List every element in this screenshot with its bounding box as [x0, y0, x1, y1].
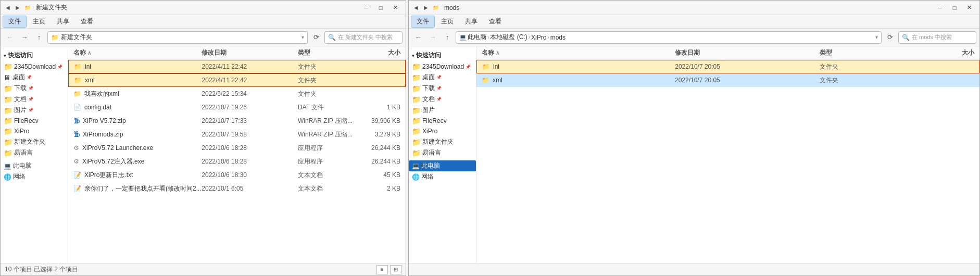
- left-sidebar-item-4[interactable]: 📁 图片 📌: [1, 105, 68, 116]
- left-col-date[interactable]: 修改日期: [202, 48, 298, 57]
- right-sidebar-label-7: 新建文件夹: [422, 137, 454, 146]
- left-pin-3: 📌: [28, 97, 33, 102]
- right-sidebar-label-5: FileRecv: [422, 117, 447, 124]
- right-sidebar-item-3[interactable]: 📁 文档 📌: [409, 94, 476, 105]
- left-file-type-8: 文本文档: [298, 171, 362, 180]
- left-search-icon: 🔍: [328, 34, 336, 41]
- right-this-pc[interactable]: 💻 此电脑: [409, 160, 476, 171]
- right-up-btn[interactable]: ↑: [441, 31, 454, 44]
- right-menu-file[interactable]: 文件: [411, 16, 435, 28]
- right-col-size[interactable]: 大小: [916, 48, 979, 57]
- left-file-icon-9: 📝: [73, 185, 81, 192]
- right-sidebar-item-2[interactable]: 📁 下载 📌: [409, 83, 476, 94]
- left-menu-home[interactable]: 主页: [28, 16, 51, 27]
- left-address-bar[interactable]: 📁 新建文件夹 ▾: [47, 31, 308, 44]
- left-list-view-btn[interactable]: ≡: [376, 265, 388, 274]
- left-sidebar-item-7[interactable]: 📁 新建文件夹: [1, 136, 68, 147]
- left-sidebar-folder-icon-3: 📁: [4, 95, 12, 104]
- right-this-pc-label: 此电脑: [421, 161, 440, 170]
- right-col-name[interactable]: 名称 ∧: [482, 48, 675, 57]
- left-network[interactable]: 🌐 网络: [1, 171, 68, 182]
- right-sidebar-item-5[interactable]: 📁 FileRecv: [409, 116, 476, 126]
- left-file-row-4[interactable]: 🗜 XiPro V5.72.zip 2022/10/7 17:33 WinRAR…: [68, 114, 406, 128]
- left-file-row-7[interactable]: ⚙ XiProV5.72注入器.exe 2022/10/6 18:28 应用程序…: [68, 155, 406, 168]
- left-back-icon[interactable]: ◀: [4, 4, 12, 12]
- right-file-name-1: 📁 xml: [482, 77, 675, 84]
- left-search-bar[interactable]: 🔍 在 新建文件夹 中搜索: [324, 31, 403, 44]
- left-this-pc[interactable]: 💻 此电脑: [1, 160, 68, 171]
- right-col-type[interactable]: 类型: [820, 48, 916, 57]
- right-network[interactable]: 🌐 网络: [409, 171, 476, 182]
- left-forward-icon[interactable]: ▶: [14, 4, 22, 12]
- left-sidebar-item-1[interactable]: 🖥 桌面 📌: [1, 72, 68, 83]
- left-file-row-5[interactable]: 🗜 XiPromods.zip 2022/10/7 19:58 WinRAR Z…: [68, 128, 406, 141]
- right-forward-btn[interactable]: →: [426, 31, 439, 44]
- left-content: ▾ 快速访问 📁 2345Download 📌 🖥 桌面 📌 📁 下载 📌 📁 …: [1, 46, 406, 263]
- left-detail-view-btn[interactable]: ⊞: [390, 265, 401, 274]
- right-minimize-btn[interactable]: ─: [933, 2, 947, 14]
- right-menu-view[interactable]: 查看: [484, 16, 507, 27]
- left-toolbar: ← → ↑ 📁 新建文件夹 ▾ ⟳ 🔍 在 新建文件夹 中搜索: [1, 29, 406, 46]
- left-close-btn[interactable]: ✕: [388, 2, 403, 14]
- right-sidebar-item-4[interactable]: 📁 图片: [409, 105, 476, 116]
- left-maximize-btn[interactable]: □: [373, 2, 388, 14]
- left-sidebar-item-6[interactable]: 📁 XiPro: [1, 126, 68, 136]
- left-menu-share[interactable]: 共享: [52, 16, 74, 27]
- left-file-name-7: ⚙ XiProV5.72注入器.exe: [73, 157, 202, 166]
- right-search-bar[interactable]: 🔍 在 mods 中搜索: [898, 31, 976, 44]
- right-forward-icon[interactable]: ▶: [422, 4, 430, 12]
- right-search-icon: 🔍: [902, 34, 910, 41]
- right-back-icon[interactable]: ◀: [412, 4, 420, 12]
- left-address-dropdown[interactable]: ▾: [301, 34, 304, 40]
- left-sidebar-item-2[interactable]: 📁 下载 📌: [1, 83, 68, 94]
- left-file-row-6[interactable]: ⚙ XiProV5.72 Launcher.exe 2022/10/6 18:2…: [68, 141, 406, 155]
- right-sidebar-item-6[interactable]: 📁 XiPro: [409, 126, 476, 136]
- left-pin-4: 📌: [28, 108, 33, 112]
- left-file-row-9[interactable]: 📝 亲你们了，一定要把我点开看(修改时间2... 2022/10/1 6:05 …: [68, 182, 406, 195]
- left-file-row-8[interactable]: 📝 XiPro更新日志.txt 2022/10/6 18:30 文本文档 45 …: [68, 168, 406, 182]
- left-sidebar-item-0[interactable]: 📁 2345Download 📌: [1, 61, 68, 72]
- left-back-btn[interactable]: ←: [4, 31, 16, 44]
- right-sidebar-item-0[interactable]: 📁 2345Download 📌: [409, 61, 476, 72]
- left-sidebar-item-8[interactable]: 📁 易语言: [1, 147, 68, 158]
- left-up-btn[interactable]: ↑: [33, 31, 45, 44]
- right-menu-home[interactable]: 主页: [436, 16, 459, 27]
- right-maximize-btn[interactable]: □: [947, 2, 962, 14]
- right-col-date[interactable]: 修改日期: [675, 48, 820, 57]
- right-quick-access-arrow: ▾: [412, 53, 414, 58]
- left-col-size[interactable]: 大小: [362, 48, 406, 57]
- right-sidebar-item-8[interactable]: 📁 易语言: [409, 147, 476, 158]
- left-file-type-1: 文件夹: [298, 76, 362, 85]
- left-file-date-1: 2022/4/11 22:42: [202, 77, 297, 84]
- left-file-row-2[interactable]: 📁 我喜欢的xml 2022/5/22 15:34 文件夹: [68, 87, 406, 101]
- left-file-date-5: 2022/10/7 19:58: [202, 131, 298, 138]
- left-col-name[interactable]: 名称 ∧: [73, 48, 202, 57]
- left-file-type-0: 文件夹: [298, 62, 362, 71]
- right-sidebar-item-1[interactable]: 📁 桌面 📌: [409, 72, 476, 83]
- right-back-btn[interactable]: ←: [412, 31, 424, 44]
- left-sidebar-item-5[interactable]: 📁 FileRecv: [1, 116, 68, 126]
- left-file-row-3[interactable]: 📄 config.dat 2022/10/7 19:26 DAT 文件 1 KB: [68, 101, 406, 114]
- left-menu-view[interactable]: 查看: [76, 16, 98, 27]
- right-sidebar-folder-icon-8: 📁: [412, 149, 421, 157]
- right-sidebar-item-7[interactable]: 📁 新建文件夹: [409, 136, 476, 147]
- left-sidebar-item-3[interactable]: 📁 文档 📌: [1, 94, 68, 105]
- left-forward-btn[interactable]: →: [18, 31, 31, 44]
- right-address-dropdown[interactable]: ▾: [875, 34, 878, 40]
- left-file-row-0[interactable]: 📁 ini 2022/4/11 22:42 文件夹: [68, 60, 406, 73]
- left-col-type[interactable]: 类型: [298, 48, 362, 57]
- left-menu-file[interactable]: 文件: [3, 16, 27, 28]
- right-close-btn[interactable]: ✕: [962, 2, 976, 14]
- right-menu-share[interactable]: 共享: [460, 16, 483, 27]
- left-minimize-btn[interactable]: ─: [359, 2, 373, 14]
- left-refresh-btn[interactable]: ⟳: [310, 31, 322, 44]
- right-file-row-1[interactable]: 📁 xml 2022/10/7 20:05 文件夹: [476, 73, 979, 87]
- left-file-row-1[interactable]: 📁 xml 2022/4/11 22:42 文件夹: [68, 73, 406, 87]
- right-address-bar[interactable]: 💻 此电脑 › 本地磁盘 (C:) › XiPro › mods ▾: [456, 31, 882, 44]
- right-quick-access-header[interactable]: ▾ 快速访问: [409, 49, 476, 61]
- right-file-row-0[interactable]: 📁 ini 2022/10/7 20:05 文件夹: [476, 60, 979, 73]
- left-file-size-9: 2 KB: [362, 185, 406, 192]
- left-pin-2: 📌: [28, 86, 33, 91]
- left-quick-access-header[interactable]: ▾ 快速访问: [1, 49, 68, 61]
- right-refresh-btn[interactable]: ⟳: [884, 31, 896, 44]
